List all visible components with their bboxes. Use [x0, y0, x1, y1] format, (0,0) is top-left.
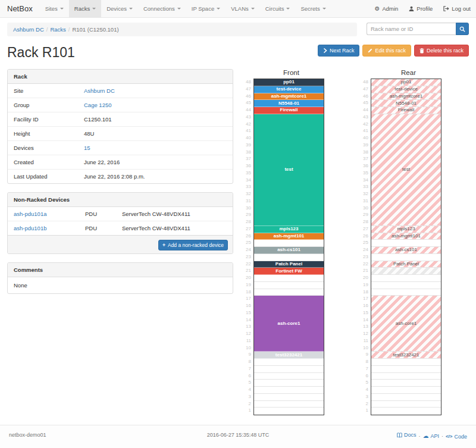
rack-device-mpls123[interactable]: mpls123 [254, 226, 324, 233]
unit-number: 38 [240, 149, 251, 156]
unit-number: 8 [240, 358, 251, 365]
nav-item-profile[interactable]: Profile [403, 0, 438, 17]
rack-device-test[interactable]: test [254, 114, 324, 226]
unit-number: 14 [240, 317, 251, 324]
rack-device-ash-mgmt101[interactable]: ash-mgmt101 [254, 233, 324, 240]
rack-device-pp01[interactable]: pp01 [254, 79, 324, 86]
unit-number: 33 [240, 183, 251, 190]
front-unit-numbers: 4847464544434241403938373635343332313029… [240, 79, 253, 415]
rear-elevation: Rear 48474645444342414039383736353433323… [358, 69, 444, 415]
unit-number: 27 [358, 225, 368, 233]
unit-number: 32 [240, 190, 251, 198]
device-name-link[interactable]: ash-pdu101a [14, 211, 46, 217]
table-row: CreatedJune 22, 2016 [8, 155, 233, 170]
footer-link-api[interactable]: ☁API [422, 433, 439, 439]
rack-device-fortinet-fw[interactable]: Fortinet FW [254, 268, 324, 275]
rack-unit-empty[interactable] [254, 275, 324, 282]
delete-rack-button[interactable]: Delete this rack [414, 45, 469, 57]
rack-unit-empty [371, 282, 441, 289]
rack-device-label: ash-core1 [396, 321, 417, 326]
rack-unit-empty[interactable] [254, 240, 324, 247]
rack-unit-empty[interactable] [254, 380, 324, 387]
unit-number: 28 [358, 218, 368, 225]
chevron-down-icon [129, 8, 133, 10]
rack-device-label: ash-core1 [278, 321, 300, 326]
nav-item-connections[interactable]: Connections [138, 0, 186, 17]
rack-unit-empty[interactable] [254, 387, 324, 394]
search-button[interactable] [456, 23, 469, 35]
rack-unit-empty[interactable] [254, 289, 324, 296]
breadcrumb-item[interactable]: Racks [50, 26, 65, 33]
rack-unit-empty[interactable] [254, 373, 324, 380]
rack-unit-empty [371, 394, 441, 401]
edit-rack-button[interactable]: Edit this rack [362, 45, 411, 57]
brand-logo[interactable]: NetBox [0, 0, 40, 17]
unit-number: 34 [240, 177, 251, 184]
rack-unit-empty[interactable] [254, 401, 324, 408]
unit-number: 30 [240, 205, 251, 212]
edit-rack-label: Edit this rack [375, 48, 406, 54]
nav-item-log-out[interactable]: Log out [438, 0, 476, 17]
nav-item-label: Circuits [265, 5, 284, 12]
rack-device-label: test [284, 167, 293, 172]
unit-number: 39 [240, 142, 251, 149]
footer-link-separator: · [418, 433, 420, 439]
footer-hostname: netbox-demo01 [9, 432, 162, 440]
nav-item-secrets[interactable]: Secrets [295, 0, 331, 17]
attr-value-link[interactable]: 15 [84, 145, 90, 151]
unit-number: 6 [240, 372, 251, 380]
rack-search-input[interactable] [367, 23, 456, 35]
nav-item-devices[interactable]: Devices [101, 0, 138, 17]
rack-search [367, 23, 469, 35]
chevron-down-icon [177, 8, 181, 10]
device-name-link[interactable]: ash-pdu101b [14, 225, 46, 231]
attr-value-link[interactable]: Ashburn DC [84, 87, 115, 94]
rack-device-label: N5548-01 [278, 101, 299, 106]
rack-device-n5548-01[interactable]: N5548-01 [254, 100, 324, 107]
front-elevation-title: Front [256, 69, 327, 76]
rack-unit-empty[interactable] [254, 282, 324, 289]
attr-label: Last Updated [8, 170, 78, 184]
rack-device-label: mpls123 [397, 227, 415, 231]
footer-link-code[interactable]: </>Code [446, 434, 467, 440]
unit-number: 40 [240, 134, 251, 142]
rack-device-patch-panel[interactable]: Patch Panel [254, 261, 324, 268]
attr-value: Cage 1250 [78, 98, 233, 112]
add-nonracked-device-button[interactable]: + Add a non-racked device [158, 240, 228, 250]
nav-item-admin[interactable]: ⚙Admin [369, 0, 403, 17]
rack-device-ash-mgmtcore1[interactable]: ash-mgmtcore1 [254, 93, 324, 101]
nav-item-label: Devices [107, 5, 127, 12]
rack-unit-empty[interactable] [254, 359, 324, 366]
rack-device-ash-cs101: ash-cs101 [371, 247, 441, 254]
rack-device-firewall[interactable]: Firewall [254, 107, 324, 114]
unit-number: 16 [240, 302, 251, 309]
breadcrumb-item[interactable]: Ashburn DC [13, 26, 44, 33]
nav-item-ip-space[interactable]: IP Space [186, 0, 226, 17]
rack-unit-empty[interactable] [254, 394, 324, 401]
attr-value-link[interactable]: Cage 1250 [84, 102, 111, 108]
rack-device-test-device[interactable]: test-device [254, 86, 324, 93]
attr-value: 15 [78, 141, 233, 155]
next-rack-button[interactable]: Next Rack [318, 45, 360, 57]
comments-panel: Comments None [7, 262, 233, 294]
main-nav: SitesRacksDevicesConnectionsIP SpaceVLAN… [40, 0, 369, 17]
rack-unit-empty[interactable] [254, 254, 324, 261]
rack-unit-empty[interactable] [254, 366, 324, 373]
nav-item-racks[interactable]: Racks [69, 0, 101, 17]
device-role-cell: PDU [79, 207, 116, 221]
nav-item-vlans[interactable]: VLANs [226, 0, 260, 17]
rack-unit-empty[interactable] [254, 408, 324, 415]
unit-number: 14 [358, 317, 368, 324]
breadcrumb-item: R101 (C1250.101) [72, 26, 118, 33]
nav-item-sites[interactable]: Sites [40, 0, 69, 17]
footer-link-docs[interactable]: Docs [397, 432, 416, 438]
unit-number: 25 [240, 239, 251, 246]
unit-number: 43 [358, 114, 368, 121]
unit-number: 5 [240, 379, 251, 386]
rack-device-ash-core1[interactable]: ash-core1 [254, 296, 324, 352]
rack-device-test3232421[interactable]: test3232421 [254, 352, 324, 359]
unit-number: 19 [358, 281, 368, 289]
unit-number: 36 [358, 162, 368, 170]
rack-device-ash-cs101[interactable]: ash-cs101 [254, 247, 324, 254]
nav-item-circuits[interactable]: Circuits [260, 0, 296, 17]
